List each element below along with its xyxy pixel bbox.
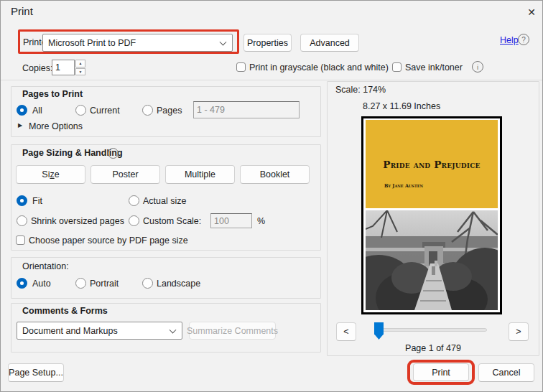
copies-label: Copies: [22, 63, 52, 73]
size-label-post: e [55, 169, 60, 179]
grayscale-checkbox[interactable] [236, 62, 246, 72]
custom-scale-label: Custom Scale: [143, 216, 201, 226]
printer-selected-value: Microsoft Print to PDF [48, 38, 136, 48]
portrait-label: Portrait [90, 279, 119, 289]
header-divider [1, 80, 543, 80]
prev-page-button[interactable]: < [336, 322, 356, 341]
comments-selected-value: Document and Markups [22, 326, 118, 336]
poster-button[interactable]: Poster [90, 165, 160, 184]
pages-to-print-title: Pages to Print [22, 89, 83, 99]
chevron-down-icon [220, 38, 227, 45]
auto-label: Auto [32, 279, 51, 289]
scale-text: Scale: 174% [335, 85, 386, 95]
landscape-radio[interactable] [142, 278, 153, 289]
percent-label: % [257, 216, 265, 226]
chevron-down-icon [170, 326, 177, 333]
orientation-title: Orientation: [22, 261, 69, 271]
next-page-button[interactable]: > [509, 322, 529, 341]
cancel-button[interactable]: Cancel [478, 363, 534, 382]
print-button[interactable]: Print [413, 363, 469, 381]
book-title: Pride and Prejudice [366, 159, 498, 170]
multiple-button[interactable]: Multiple [165, 165, 235, 184]
shrink-radio[interactable] [17, 215, 27, 226]
landscape-label: Landscape [157, 279, 200, 289]
advanced-button[interactable]: Advanced [300, 34, 359, 52]
help-link[interactable]: Help [500, 35, 519, 45]
copies-stepper: ▲ ▼ [75, 60, 85, 75]
paper-source-label: Choose paper source by PDF page size [29, 235, 188, 246]
portrait-radio[interactable] [75, 278, 86, 289]
stepper-down-icon[interactable]: ▼ [75, 68, 85, 76]
expand-triangle-icon: ▶ [18, 122, 22, 129]
custom-scale-radio[interactable] [129, 215, 139, 226]
pages-radio[interactable] [142, 105, 153, 116]
save-ink-checkbox[interactable] [392, 62, 402, 72]
help-icon[interactable]: ? [518, 34, 529, 45]
info-icon[interactable]: i [472, 61, 483, 73]
more-options-toggle[interactable]: More Options [29, 121, 83, 131]
comments-title: Comments & Forms [22, 306, 108, 316]
current-radio[interactable] [75, 105, 86, 116]
dialog-title: Print [11, 5, 33, 17]
close-icon[interactable]: ✕ [524, 5, 539, 19]
size-label-pre: Si [42, 169, 50, 179]
properties-button[interactable]: Properties [243, 34, 292, 52]
shrink-label: Shrink oversized pages [31, 216, 124, 226]
grayscale-label: Print in grayscale (black and white) [249, 62, 389, 73]
actual-size-label: Actual size [143, 196, 186, 206]
book-cover: Pride and Prejudice By Jane Austen [366, 120, 498, 208]
fit-label: Fit [32, 196, 42, 206]
pages-label: Pages [157, 106, 182, 116]
dimensions-text: 8.27 x 11.69 Inches [363, 101, 440, 111]
all-radio[interactable] [17, 105, 27, 116]
summarize-comments-button[interactable]: Summarize Comments [189, 322, 276, 340]
page-status: Page 1 of 479 [327, 343, 539, 353]
all-label: All [32, 106, 42, 116]
size-button[interactable]: Size [16, 165, 85, 184]
save-ink-label: Save ink/toner [405, 62, 463, 73]
page-range-input[interactable]: 1 - 479 [193, 101, 300, 118]
booklet-button[interactable]: Booklet [240, 165, 310, 184]
fit-radio[interactable] [17, 195, 27, 206]
paper-source-checkbox[interactable] [16, 235, 25, 245]
page-slider-track[interactable] [374, 328, 487, 332]
page-preview: Pride and Prejudice By Jane Austen [361, 116, 502, 314]
page-setup-button[interactable]: Page Setup... [8, 363, 64, 382]
print-dialog: Print ✕ Printer: Microsoft Print to PDF … [0, 0, 543, 392]
page-sizing-info-icon[interactable]: i [108, 148, 119, 159]
stepper-up-icon[interactable]: ▲ [75, 60, 85, 67]
actual-size-radio[interactable] [129, 195, 139, 206]
auto-radio[interactable] [17, 278, 27, 289]
book-author: By Jane Austen [384, 183, 423, 189]
cover-photo [366, 210, 498, 310]
copies-input[interactable]: 1 [52, 60, 75, 75]
current-label: Current [90, 106, 120, 116]
printer-select[interactable]: Microsoft Print to PDF [42, 34, 233, 52]
custom-scale-input[interactable]: 100 [210, 213, 252, 228]
comments-select[interactable]: Document and Markups [17, 322, 182, 340]
